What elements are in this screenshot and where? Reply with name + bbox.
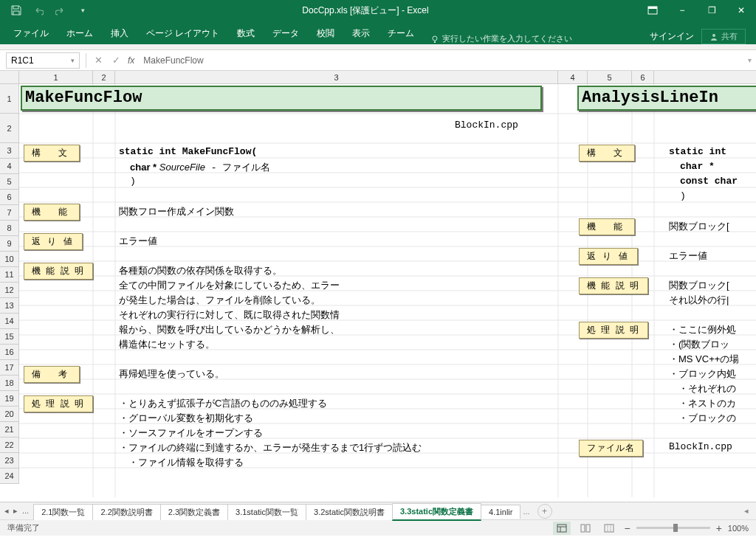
syntax-line: char * SourceFile - ファイル名	[130, 161, 270, 174]
signin-link[interactable]: サインイン	[650, 30, 694, 43]
row-header[interactable]: 18	[0, 376, 19, 391]
tab-nav-first-icon[interactable]: ◂	[4, 506, 9, 516]
tab-view[interactable]: 表示	[343, 23, 379, 44]
share-button[interactable]: 共有	[701, 29, 746, 44]
proc-line-r: ・それぞれの	[669, 382, 736, 395]
row-header[interactable]: 3	[0, 143, 19, 159]
tab-nav-prev-icon[interactable]: ▸	[13, 506, 18, 516]
window-controls: − ❐ ✕	[638, 0, 756, 21]
page-break-view-icon[interactable]	[600, 522, 618, 535]
redo-icon[interactable]	[50, 1, 71, 19]
row-header[interactable]: 5	[0, 174, 19, 190]
tab-review[interactable]: 校閲	[308, 23, 343, 44]
row-header[interactable]: 4	[0, 159, 19, 174]
col-header[interactable]: 4	[558, 71, 588, 83]
tab-more-left[interactable]: ...	[22, 506, 29, 516]
name-box[interactable]: R1C1 ▾	[6, 52, 80, 69]
select-all-corner[interactable]	[0, 71, 19, 83]
proc-line-r: ・ここに例外処	[669, 323, 736, 336]
row-header[interactable]: 21	[0, 422, 19, 437]
label-function-right: 機 能	[579, 218, 635, 235]
status-bar: 準備完了 − + 100%	[0, 519, 756, 536]
minimize-button[interactable]: −	[667, 0, 697, 21]
row-header[interactable]: 22	[0, 437, 19, 453]
sheet-tab[interactable]: 3.2static関数説明書	[306, 504, 393, 520]
page-layout-view-icon[interactable]	[577, 522, 594, 535]
tab-pagelayout[interactable]: ページ レイアウト	[137, 23, 228, 44]
qat-customize-icon[interactable]: ▾	[72, 1, 93, 19]
col-header[interactable]: 2	[93, 71, 115, 83]
tab-nav: ◂ ▸ ...	[0, 506, 33, 516]
row-header[interactable]: 16	[0, 345, 19, 360]
chevron-down-icon[interactable]: ▾	[71, 57, 75, 64]
row-header[interactable]: 20	[0, 407, 19, 422]
row-header[interactable]: 13	[0, 298, 19, 314]
desc-line: 各種類の関数の依存関係を取得する。	[119, 264, 282, 277]
desc-line: それぞれの実行行に対して、既に取得された関数情	[119, 308, 340, 322]
col-header[interactable]: 1	[19, 71, 93, 83]
formula-input[interactable]: MakeFuncFlow	[137, 55, 743, 66]
window-title: DocCpp.xls [保護ビュー] - Excel	[93, 4, 638, 17]
close-button[interactable]: ✕	[726, 0, 756, 21]
row-header[interactable]: 24	[0, 468, 19, 484]
hscroll-left-icon[interactable]: ◂	[744, 506, 756, 516]
save-icon[interactable]	[6, 1, 27, 19]
row-headers: 1 2 3 4 5 6 7 8 9 10 11 12 13 14 15 16 1…	[0, 84, 19, 484]
zoom-out-button[interactable]: −	[624, 522, 630, 534]
row-header[interactable]: 12	[0, 283, 19, 298]
row-header[interactable]: 2	[0, 114, 19, 143]
fx-icon[interactable]: fx	[125, 55, 137, 66]
tab-file[interactable]: ファイル	[4, 23, 58, 44]
sheet-tab[interactable]: 4.1inlir	[481, 505, 520, 519]
zoom-slider[interactable]	[636, 527, 710, 529]
row-header[interactable]: 19	[0, 391, 19, 407]
proc-line-r: ・(関数ブロッ	[669, 338, 729, 351]
col-header[interactable]: 3	[115, 71, 558, 83]
tell-me-box[interactable]: 実行したい作業を入力してください	[430, 33, 572, 44]
maximize-button[interactable]: ❐	[697, 0, 726, 21]
col-header[interactable]: 6	[632, 71, 654, 83]
function-title-right: AnalysisLineIn	[577, 86, 756, 111]
spreadsheet-grid[interactable]: 1 2 3 4 5 6 1 2 3 4 5 6 7 8 9 10 11 12 1…	[0, 71, 756, 502]
row-header[interactable]: 10	[0, 252, 19, 267]
cell-area[interactable]: MakeFuncFlow BlockIn.cpp 構 文 static int …	[19, 84, 756, 484]
col-header[interactable]: 5	[588, 71, 632, 83]
enter-icon[interactable]: ✓	[107, 55, 125, 66]
tab-team[interactable]: チーム	[379, 23, 423, 44]
zoom-level[interactable]: 100%	[728, 524, 749, 533]
label-proc-left: 処 理 説 明	[24, 395, 93, 412]
sheet-tab[interactable]: 2.1関数一覧	[33, 504, 93, 520]
label-return-right: 返 り 値	[579, 248, 638, 265]
row-header[interactable]: 11	[0, 267, 19, 283]
tab-more-right[interactable]: ...	[520, 507, 532, 516]
row-header[interactable]: 23	[0, 453, 19, 468]
row-header[interactable]: 6	[0, 190, 19, 205]
row-header[interactable]: 15	[0, 329, 19, 345]
row-header[interactable]: 7	[0, 205, 19, 221]
tab-formulas[interactable]: 数式	[228, 23, 264, 44]
tab-home[interactable]: ホーム	[58, 23, 102, 44]
svg-rect-39	[605, 525, 614, 532]
normal-view-icon[interactable]	[553, 522, 571, 535]
tab-data[interactable]: データ	[264, 23, 308, 44]
syntax-line: )	[130, 176, 136, 187]
ribbon-options-icon[interactable]	[638, 0, 667, 21]
sheet-tab[interactable]: 2.3関数定義書	[160, 504, 228, 520]
sheet-tab[interactable]: 2.2関数説明書	[92, 504, 160, 520]
sheet-tab-bar: ◂ ▸ ... 2.1関数一覧 2.2関数説明書 2.3関数定義書 3.1sta…	[0, 502, 756, 519]
sheet-tab[interactable]: 3.1static関数一覧	[227, 504, 306, 520]
sheet-tab-active[interactable]: 3.3static関数定義書	[392, 503, 481, 521]
row-header[interactable]: 17	[0, 360, 19, 376]
zoom-in-button[interactable]: +	[716, 522, 722, 534]
formula-expand-icon[interactable]: ▾	[743, 56, 756, 64]
undo-icon[interactable]	[28, 1, 49, 19]
row-header[interactable]: 8	[0, 221, 19, 236]
row-header[interactable]: 9	[0, 236, 19, 252]
row-header[interactable]: 14	[0, 314, 19, 329]
row-header[interactable]: 1	[0, 84, 19, 114]
proc-line-r: ・ブロック内処	[669, 367, 736, 381]
add-sheet-button[interactable]: +	[537, 504, 552, 519]
tab-insert[interactable]: 挿入	[102, 23, 137, 44]
cancel-icon[interactable]: ✕	[89, 55, 107, 66]
proc-line: ・ソースファイルをオープンする	[119, 426, 263, 440]
